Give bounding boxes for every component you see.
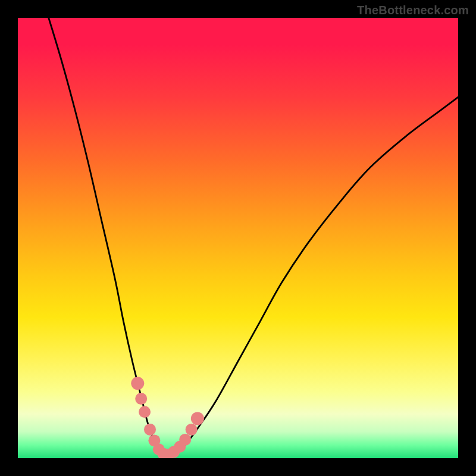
plot-area [18, 18, 458, 458]
bottleneck-curve [49, 18, 458, 456]
chart-frame: TheBottleneck.com [0, 0, 476, 476]
marker-point [186, 424, 198, 436]
highlighted-markers [131, 377, 204, 458]
curve-svg [18, 18, 458, 458]
marker-point [139, 406, 151, 418]
watermark-text: TheBottleneck.com [357, 4, 469, 17]
marker-point [135, 393, 147, 405]
marker-point [179, 434, 191, 446]
marker-point [191, 412, 204, 425]
marker-point [144, 424, 156, 436]
marker-point [131, 377, 144, 390]
